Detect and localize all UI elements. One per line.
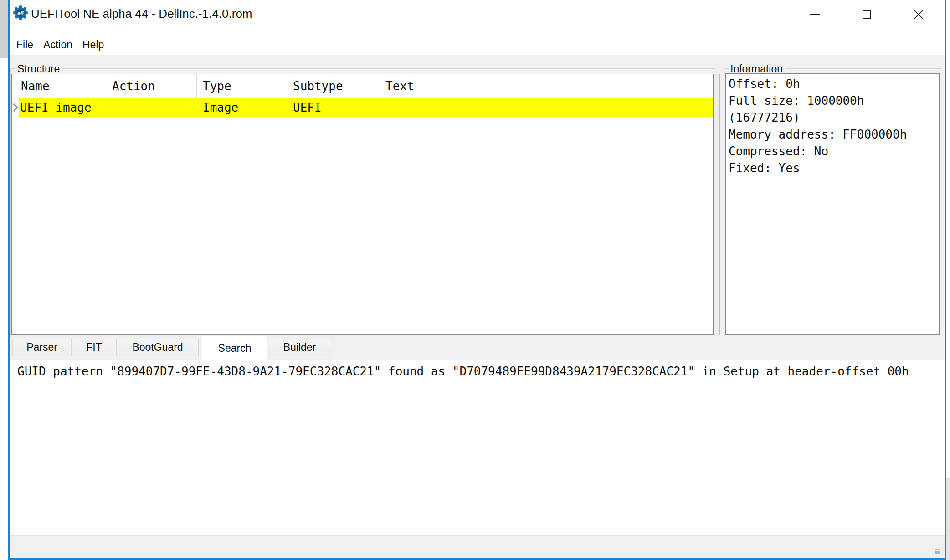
information-text[interactable]: Offset: 0h Full size: 1000000h (16777216… — [725, 73, 940, 335]
menu-item-help[interactable]: Help — [77, 36, 109, 54]
close-button[interactable] — [893, 0, 945, 29]
menu-item-file[interactable]: File — [11, 36, 38, 54]
cell-name: UEFI image — [20, 98, 92, 117]
info-line-compressed: Compressed: No — [729, 143, 936, 160]
column-header-type: Type — [203, 74, 231, 98]
gear-icon: efi — [12, 5, 29, 21]
cell-subtype: UEFI — [293, 98, 322, 117]
column-header-name: Name — [21, 74, 50, 98]
table-header: Name Action Type Subtype Text — [12, 74, 713, 98]
tab-bootguard[interactable]: BootGuard — [117, 339, 199, 356]
background-window-fragment — [0, 0, 8, 58]
column-header-text: Text — [385, 74, 414, 98]
search-output-text[interactable]: GUID pattern "899407D7-99FE-43D8-9A21-79… — [14, 360, 937, 530]
column-separator — [196, 74, 197, 98]
chevron-right-icon[interactable] — [13, 103, 19, 112]
info-line-full-size: Full size: 1000000h (16777216) — [729, 92, 936, 126]
svg-text:efi: efi — [17, 10, 24, 16]
close-icon — [914, 10, 924, 20]
maximize-button[interactable] — [841, 0, 893, 29]
tab-builder[interactable]: Builder — [268, 339, 331, 356]
info-line-offset: Offset: 0h — [729, 76, 936, 92]
background-desktop-fragment — [946, 478, 950, 560]
tab-search[interactable]: Search — [202, 336, 267, 360]
tab-fit[interactable]: FIT — [72, 339, 117, 356]
menu-bar: File Action Help — [10, 34, 945, 55]
minimize-icon — [810, 14, 820, 15]
info-line-memory: Memory address: FF000000h — [729, 126, 936, 143]
structure-tree-table: Name Action Type Subtype Text UEFI image… — [11, 74, 714, 335]
info-line-fixed: Fixed: Yes — [729, 160, 936, 177]
column-separator — [106, 74, 106, 98]
cell-type: Image — [203, 98, 238, 117]
uefitool-window: efi UEFITool NE alpha 44 - DellInc.-1.4.… — [8, 0, 946, 560]
tree-row-uefi-image[interactable]: UEFI image Image UEFI — [12, 98, 713, 117]
menu-item-action[interactable]: Action — [38, 36, 77, 54]
caption-buttons — [789, 0, 945, 29]
column-header-action: Action — [112, 74, 155, 98]
column-separator — [379, 74, 379, 98]
panel-splitter-handle[interactable] — [714, 74, 720, 335]
resize-grip-icon[interactable] — [935, 547, 941, 555]
minimize-button[interactable] — [789, 0, 841, 29]
title-bar: efi UEFITool NE alpha 44 - DellInc.-1.4.… — [10, 0, 945, 55]
column-separator — [288, 74, 288, 98]
column-header-subtype: Subtype — [293, 74, 343, 98]
tab-parser[interactable]: Parser — [12, 339, 72, 356]
maximize-icon — [863, 10, 871, 19]
window-title: UEFITool NE alpha 44 - DellInc.-1.4.0.ro… — [31, 6, 252, 21]
status-bar — [10, 535, 945, 558]
search-highlight-band — [19, 98, 713, 117]
